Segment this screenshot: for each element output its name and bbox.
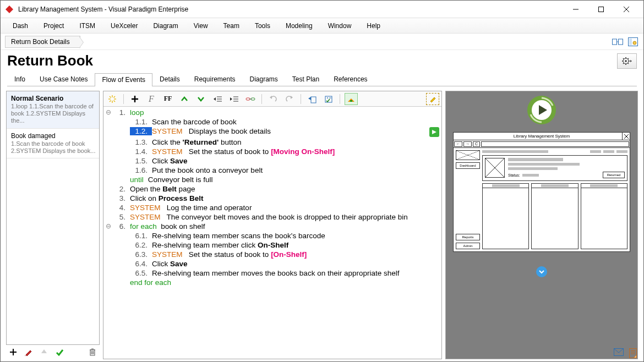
move-up-button[interactable] xyxy=(178,93,191,105)
close-button[interactable] xyxy=(614,2,639,17)
step-text: SYSTEM Set the status of book to [Moving… xyxy=(152,147,439,156)
tab-details[interactable]: Details xyxy=(152,73,187,86)
add-step-button[interactable] xyxy=(128,93,141,105)
flow-step[interactable]: 6.3.SYSTEM Set the status of book to [On… xyxy=(105,250,439,259)
step-text: Re-shelving team member click On-Shelf xyxy=(152,241,439,249)
move-down-button[interactable] xyxy=(194,93,208,105)
flow-step[interactable]: 1.5.Click Save xyxy=(105,156,439,166)
menu-modeling[interactable]: Modeling xyxy=(278,20,320,32)
minimize-button[interactable] xyxy=(563,2,588,17)
flow-step[interactable]: 2.Open the Belt page xyxy=(105,184,439,194)
menu-project[interactable]: Project xyxy=(36,20,72,32)
flow-editor[interactable]: ⊖1.loop 1.1.Scan the barcode of book1.2.… xyxy=(103,107,441,359)
step-number: 6.2. xyxy=(130,241,152,249)
flow-step[interactable]: 1.1.Scan the barcode of book xyxy=(105,117,439,127)
step-number: 3. xyxy=(112,194,130,202)
mail-icon[interactable] xyxy=(614,348,624,358)
menu-team[interactable]: Team xyxy=(216,20,247,32)
image-placeholder-icon xyxy=(456,150,480,160)
flow-step[interactable]: 4.SYSTEM Log the time and operator xyxy=(105,203,439,212)
format-f-button[interactable]: F xyxy=(145,93,158,105)
tab-use-case-notes[interactable]: Use Case Notes xyxy=(32,73,95,86)
flow-step[interactable]: 6.4.Click Save xyxy=(105,259,439,268)
scenario-summary: 1.loop 1.1.Scan the barcode of book 1.2.… xyxy=(11,103,96,125)
menu-dash[interactable]: Dash xyxy=(5,20,36,32)
outdent-button[interactable] xyxy=(211,93,224,105)
wireframe-window[interactable]: Library Management System ← → C Dashboar… xyxy=(453,132,630,252)
note-icon[interactable] xyxy=(629,348,638,358)
tab-diagrams[interactable]: Diagrams xyxy=(242,73,285,86)
redo-button[interactable] xyxy=(283,93,296,105)
flow-step[interactable]: 3.Click on Process Belt xyxy=(105,194,439,203)
step-text: Open the Belt page xyxy=(130,185,439,193)
testcase-button[interactable] xyxy=(322,93,335,105)
edit-scenario-button[interactable] xyxy=(23,346,35,358)
svg-marker-54 xyxy=(291,96,293,99)
svg-rect-57 xyxy=(325,96,332,102)
confirm-button[interactable] xyxy=(53,346,66,358)
menu-help[interactable]: Help xyxy=(359,20,388,32)
menu-itsm[interactable]: ITSM xyxy=(72,20,103,32)
tab-test-plan[interactable]: Test Plan xyxy=(285,73,326,86)
svg-marker-21 xyxy=(630,60,632,62)
svg-marker-56 xyxy=(308,97,311,100)
wireframe-status-label: Status: xyxy=(508,173,520,177)
maximize-button[interactable] xyxy=(588,2,614,17)
flow-step[interactable]: 6.1.Re-shelving team member scans the bo… xyxy=(105,231,439,240)
sparkle-button[interactable] xyxy=(106,93,119,105)
menu-diagram[interactable]: Diagram xyxy=(145,20,185,32)
menu-tools[interactable]: Tools xyxy=(247,20,278,32)
scroll-down-button[interactable] xyxy=(536,266,547,277)
image-placeholder-icon xyxy=(485,158,505,178)
tab-requirements[interactable]: Requirements xyxy=(187,73,243,86)
highlight-button[interactable] xyxy=(426,93,439,105)
undo-button[interactable] xyxy=(266,93,280,105)
forward-icon: → xyxy=(463,141,472,147)
svg-marker-0 xyxy=(6,6,13,13)
flow-step[interactable]: 1.3.Click the 'Returned' button xyxy=(105,138,439,147)
step-text: Click on Process Belt xyxy=(130,194,439,202)
format-ff-button[interactable]: FF xyxy=(161,93,174,105)
scenario-item[interactable]: Book damaged 1.Scan the barcode of book … xyxy=(7,129,99,158)
wireframe-detail-card: Status: Returned xyxy=(482,155,627,181)
step-number: 1.2. xyxy=(130,127,152,135)
tab-flow-of-events[interactable]: Flow of Events xyxy=(95,73,152,86)
flow-step[interactable]: ⊖6.for each book on shelf xyxy=(105,222,439,231)
flow-step[interactable]: ⊖1.loop xyxy=(105,108,439,117)
move-up-button[interactable] xyxy=(38,346,50,358)
tab-references[interactable]: References xyxy=(326,73,374,86)
flow-step[interactable]: untilConveyor belt is full xyxy=(105,175,439,184)
svg-rect-9 xyxy=(629,39,632,45)
wireframe-toolbar: ← → C xyxy=(454,140,630,148)
flow-step[interactable]: 1.4.SYSTEM Set the status of book to [Mo… xyxy=(105,147,439,156)
menu-uexceler[interactable]: UeXceler xyxy=(103,20,145,32)
wireframe-button[interactable] xyxy=(345,93,358,105)
flow-step[interactable]: end for each xyxy=(105,278,439,287)
menu-window[interactable]: Window xyxy=(320,20,359,32)
scenario-item[interactable]: Normal Scenario 1.loop 1.1.Scan the barc… xyxy=(7,91,99,129)
step-number: end for each xyxy=(130,278,176,287)
switch-view-icon[interactable] xyxy=(627,36,639,48)
import-button[interactable] xyxy=(305,93,319,105)
link-button[interactable] xyxy=(244,93,257,105)
page-title: Return Book xyxy=(7,52,93,69)
flow-step[interactable]: 1.2.SYSTEM Displays the book details xyxy=(105,127,439,138)
settings-button[interactable] xyxy=(617,53,637,69)
svg-rect-5 xyxy=(613,39,617,45)
play-step-button[interactable] xyxy=(429,127,439,137)
add-scenario-button[interactable] xyxy=(7,346,19,358)
tab-info[interactable]: Info xyxy=(7,73,32,86)
flow-step[interactable]: 6.5.Re-shelving team member moves the bo… xyxy=(105,268,439,278)
collapse-toggle-icon[interactable]: ⊖ xyxy=(105,108,112,116)
menu-view[interactable]: View xyxy=(186,20,216,32)
flow-step[interactable]: 6.2.Re-shelving team member click On-She… xyxy=(105,240,439,250)
compare-icon[interactable] xyxy=(612,36,624,48)
indent-button[interactable] xyxy=(227,93,241,105)
flow-step[interactable]: 1.6.Put the book onto a conveyor belt xyxy=(105,166,439,175)
scenario-summary: 1.Scan the barcode of book 2.SYSTEM Disp… xyxy=(11,140,96,155)
breadcrumb-item[interactable]: Return Book Details xyxy=(5,36,80,48)
delete-scenario-button[interactable] xyxy=(86,346,99,358)
collapse-toggle-icon[interactable]: ⊖ xyxy=(105,222,112,230)
step-number: 5. xyxy=(112,213,130,221)
flow-step[interactable]: 5.SYSTEM The conveyor belt moves and the… xyxy=(105,212,439,222)
